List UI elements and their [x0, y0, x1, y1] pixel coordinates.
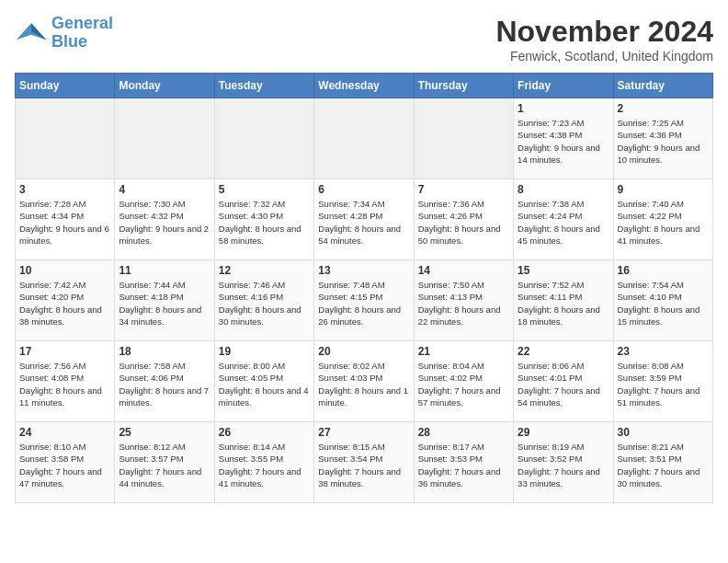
calendar-cell: 4Sunrise: 7:30 AM Sunset: 4:32 PM Daylig… [115, 179, 214, 260]
logo: General Blue [15, 15, 113, 52]
day-info: Sunrise: 7:38 AM Sunset: 4:24 PM Dayligh… [518, 198, 609, 247]
calendar-table: SundayMondayTuesdayWednesdayThursdayFrid… [15, 73, 713, 503]
calendar-week-row: 10Sunrise: 7:42 AM Sunset: 4:20 PM Dayli… [16, 260, 713, 341]
day-number: 10 [19, 264, 110, 277]
day-info: Sunrise: 7:36 AM Sunset: 4:26 PM Dayligh… [418, 198, 509, 247]
calendar-cell: 2Sunrise: 7:25 AM Sunset: 4:36 PM Daylig… [613, 98, 712, 179]
calendar-day-header: Tuesday [214, 74, 313, 98]
calendar-cell: 10Sunrise: 7:42 AM Sunset: 4:20 PM Dayli… [16, 260, 115, 341]
day-number: 28 [418, 426, 509, 439]
day-info: Sunrise: 7:50 AM Sunset: 4:13 PM Dayligh… [418, 279, 509, 327]
day-number: 16 [618, 264, 709, 277]
day-number: 1 [518, 102, 609, 115]
day-number: 11 [119, 264, 210, 277]
calendar-cell: 21Sunrise: 8:04 AM Sunset: 4:02 PM Dayli… [414, 341, 513, 422]
day-number: 24 [19, 426, 110, 439]
day-number: 30 [618, 426, 709, 439]
day-number: 27 [318, 426, 409, 439]
calendar-cell: 27Sunrise: 8:15 AM Sunset: 3:54 PM Dayli… [314, 422, 414, 503]
calendar-week-row: 24Sunrise: 8:10 AM Sunset: 3:58 PM Dayli… [16, 422, 713, 503]
calendar-cell: 5Sunrise: 7:32 AM Sunset: 4:30 PM Daylig… [214, 179, 313, 260]
calendar-day-header: Thursday [414, 74, 513, 98]
day-number: 29 [518, 426, 609, 439]
day-info: Sunrise: 7:28 AM Sunset: 4:34 PM Dayligh… [19, 198, 110, 247]
day-info: Sunrise: 8:06 AM Sunset: 4:01 PM Dayligh… [518, 360, 609, 408]
day-info: Sunrise: 7:44 AM Sunset: 4:18 PM Dayligh… [119, 279, 210, 327]
location-subtitle: Fenwick, Scotland, United Kingdom [495, 49, 713, 63]
day-number: 17 [19, 345, 110, 358]
calendar-cell: 23Sunrise: 8:08 AM Sunset: 3:59 PM Dayli… [613, 341, 712, 422]
day-info: Sunrise: 8:14 AM Sunset: 3:55 PM Dayligh… [219, 441, 310, 489]
calendar-cell: 26Sunrise: 8:14 AM Sunset: 3:55 PM Dayli… [214, 422, 313, 503]
calendar-day-header: Monday [115, 74, 214, 98]
calendar-cell: 28Sunrise: 8:17 AM Sunset: 3:53 PM Dayli… [414, 422, 513, 503]
calendar-cell: 11Sunrise: 7:44 AM Sunset: 4:18 PM Dayli… [115, 260, 214, 341]
day-number: 8 [518, 183, 609, 196]
calendar-cell: 3Sunrise: 7:28 AM Sunset: 4:34 PM Daylig… [16, 179, 115, 260]
day-info: Sunrise: 7:54 AM Sunset: 4:10 PM Dayligh… [618, 279, 709, 327]
calendar-cell: 22Sunrise: 8:06 AM Sunset: 4:01 PM Dayli… [514, 341, 613, 422]
day-number: 22 [518, 345, 609, 358]
svg-marker-1 [31, 23, 46, 40]
day-info: Sunrise: 7:52 AM Sunset: 4:11 PM Dayligh… [518, 279, 609, 327]
day-number: 18 [119, 345, 210, 358]
calendar-cell: 9Sunrise: 7:40 AM Sunset: 4:22 PM Daylig… [613, 179, 712, 260]
calendar-week-row: 3Sunrise: 7:28 AM Sunset: 4:34 PM Daylig… [16, 179, 713, 260]
day-number: 19 [219, 345, 310, 358]
day-info: Sunrise: 7:48 AM Sunset: 4:15 PM Dayligh… [318, 279, 409, 327]
calendar-cell [414, 98, 513, 179]
calendar-cell: 19Sunrise: 8:00 AM Sunset: 4:05 PM Dayli… [214, 341, 313, 422]
calendar-cell: 15Sunrise: 7:52 AM Sunset: 4:11 PM Dayli… [514, 260, 613, 341]
month-title: November 2024 [495, 15, 713, 49]
calendar-cell: 17Sunrise: 7:56 AM Sunset: 4:08 PM Dayli… [16, 341, 115, 422]
day-number: 5 [219, 183, 310, 196]
title-block: November 2024 Fenwick, Scotland, United … [495, 15, 713, 63]
calendar-cell: 6Sunrise: 7:34 AM Sunset: 4:28 PM Daylig… [314, 179, 414, 260]
day-info: Sunrise: 8:15 AM Sunset: 3:54 PM Dayligh… [318, 441, 409, 489]
day-info: Sunrise: 7:42 AM Sunset: 4:20 PM Dayligh… [19, 279, 110, 327]
calendar-day-header: Saturday [613, 74, 712, 98]
day-info: Sunrise: 8:19 AM Sunset: 3:52 PM Dayligh… [518, 441, 609, 489]
calendar-header-row: SundayMondayTuesdayWednesdayThursdayFrid… [16, 74, 713, 98]
day-info: Sunrise: 8:17 AM Sunset: 3:53 PM Dayligh… [418, 441, 509, 489]
day-info: Sunrise: 7:40 AM Sunset: 4:22 PM Dayligh… [618, 198, 709, 247]
day-number: 2 [618, 102, 709, 115]
calendar-cell: 30Sunrise: 8:21 AM Sunset: 3:51 PM Dayli… [613, 422, 712, 503]
day-info: Sunrise: 8:21 AM Sunset: 3:51 PM Dayligh… [618, 441, 709, 489]
day-number: 6 [318, 183, 409, 196]
day-number: 9 [618, 183, 709, 196]
calendar-body: 1Sunrise: 7:23 AM Sunset: 4:38 PM Daylig… [16, 98, 713, 503]
calendar-cell: 20Sunrise: 8:02 AM Sunset: 4:03 PM Dayli… [314, 341, 414, 422]
calendar-cell: 8Sunrise: 7:38 AM Sunset: 4:24 PM Daylig… [514, 179, 613, 260]
calendar-day-header: Sunday [16, 74, 115, 98]
day-info: Sunrise: 7:34 AM Sunset: 4:28 PM Dayligh… [318, 198, 409, 247]
calendar-cell: 25Sunrise: 8:12 AM Sunset: 3:57 PM Dayli… [115, 422, 214, 503]
calendar-cell [16, 98, 115, 179]
calendar-cell: 24Sunrise: 8:10 AM Sunset: 3:58 PM Dayli… [16, 422, 115, 503]
calendar-cell: 29Sunrise: 8:19 AM Sunset: 3:52 PM Dayli… [514, 422, 613, 503]
day-number: 15 [518, 264, 609, 277]
calendar-cell [314, 98, 414, 179]
calendar-day-header: Friday [514, 74, 613, 98]
day-number: 4 [119, 183, 210, 196]
day-info: Sunrise: 7:30 AM Sunset: 4:32 PM Dayligh… [119, 198, 210, 247]
day-info: Sunrise: 8:00 AM Sunset: 4:05 PM Dayligh… [219, 360, 310, 408]
calendar-cell: 13Sunrise: 7:48 AM Sunset: 4:15 PM Dayli… [314, 260, 414, 341]
calendar-day-header: Wednesday [314, 74, 414, 98]
day-info: Sunrise: 7:32 AM Sunset: 4:30 PM Dayligh… [219, 198, 310, 247]
day-number: 20 [318, 345, 409, 358]
calendar-cell [115, 98, 214, 179]
day-info: Sunrise: 8:02 AM Sunset: 4:03 PM Dayligh… [318, 360, 409, 408]
day-info: Sunrise: 8:04 AM Sunset: 4:02 PM Dayligh… [418, 360, 509, 408]
day-number: 23 [618, 345, 709, 358]
calendar-cell: 16Sunrise: 7:54 AM Sunset: 4:10 PM Dayli… [613, 260, 712, 341]
day-number: 25 [119, 426, 210, 439]
day-number: 12 [219, 264, 310, 277]
day-info: Sunrise: 7:25 AM Sunset: 4:36 PM Dayligh… [618, 117, 709, 166]
logo-text: General Blue [51, 15, 113, 52]
day-info: Sunrise: 8:12 AM Sunset: 3:57 PM Dayligh… [119, 441, 210, 489]
day-info: Sunrise: 7:46 AM Sunset: 4:16 PM Dayligh… [219, 279, 310, 327]
calendar-cell [214, 98, 313, 179]
day-number: 26 [219, 426, 310, 439]
day-number: 3 [19, 183, 110, 196]
